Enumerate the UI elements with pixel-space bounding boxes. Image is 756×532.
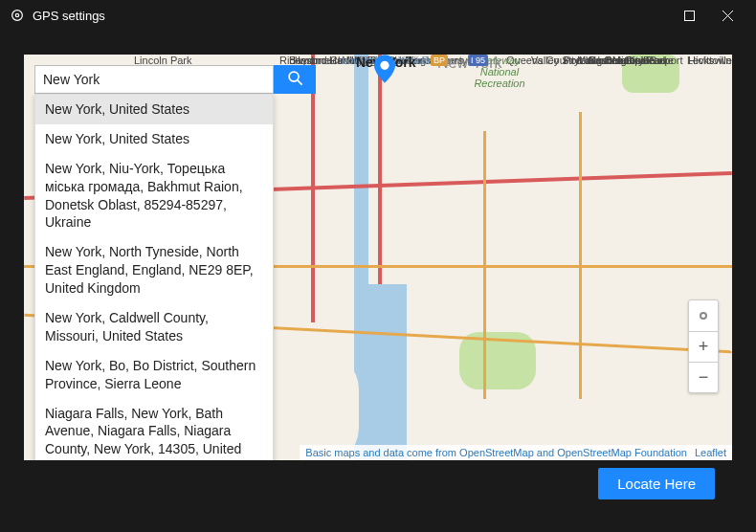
zoom-control: + − (688, 299, 719, 393)
app-window: GPS settings (0, 0, 756, 532)
suggestion-item[interactable]: New York, North Tyneside, North East Eng… (35, 237, 273, 303)
search-button[interactable] (274, 65, 316, 94)
map-marker-icon[interactable] (374, 55, 395, 83)
suggestion-item[interactable]: Niagara Falls, New York, Bath Avenue, Ni… (35, 399, 273, 460)
suggestion-item[interactable]: New York, Bo, Bo District, Southern Prov… (35, 351, 273, 399)
locate-here-button[interactable]: Locate Here (598, 468, 715, 499)
attribution-text[interactable]: Basic maps and data come from OpenStreet… (305, 447, 687, 458)
svg-rect-2 (684, 11, 694, 20)
svg-point-6 (289, 72, 299, 81)
search-bar (34, 65, 316, 94)
location-icon (10, 8, 25, 23)
suggestion-item[interactable]: New York, United States (35, 124, 273, 154)
svg-point-1 (15, 13, 18, 16)
suggestion-item[interactable]: New York, United States (35, 95, 273, 124)
map-canvas[interactable]: Yonkers Bergenfield Hackensack Hasbrouck… (24, 55, 732, 460)
titlebar: GPS settings (0, 0, 756, 31)
zoom-in-button[interactable]: + (689, 331, 718, 362)
svg-line-7 (297, 80, 301, 85)
svg-point-0 (12, 11, 23, 21)
locate-me-button[interactable] (689, 300, 718, 331)
svg-point-5 (380, 61, 389, 70)
suggestion-item[interactable]: New York, Niu-York, Торецька міська гром… (35, 154, 273, 238)
bottom-bar: Locate Here (24, 460, 732, 506)
search-icon (287, 70, 303, 89)
search-suggestions: New York, United States New York, United… (34, 94, 274, 460)
map-shield: I 95 (468, 55, 488, 66)
search-input[interactable] (34, 65, 274, 94)
maximize-button[interactable] (670, 0, 708, 31)
map-label: Levittown (687, 55, 731, 66)
zoom-out-button[interactable]: − (689, 362, 718, 392)
map-shield: BP (431, 55, 448, 66)
content-area: Yonkers Bergenfield Hackensack Hasbrouck… (0, 31, 756, 532)
attribution-brand[interactable]: Leaflet (695, 447, 726, 458)
map-attribution: Basic maps and data come from OpenStreet… (300, 445, 732, 460)
suggestion-item[interactable]: New York, Caldwell County, Missouri, Uni… (35, 303, 273, 351)
close-button[interactable] (708, 0, 746, 31)
window-title: GPS settings (33, 9, 105, 23)
map-label: Long Beach (579, 55, 635, 66)
